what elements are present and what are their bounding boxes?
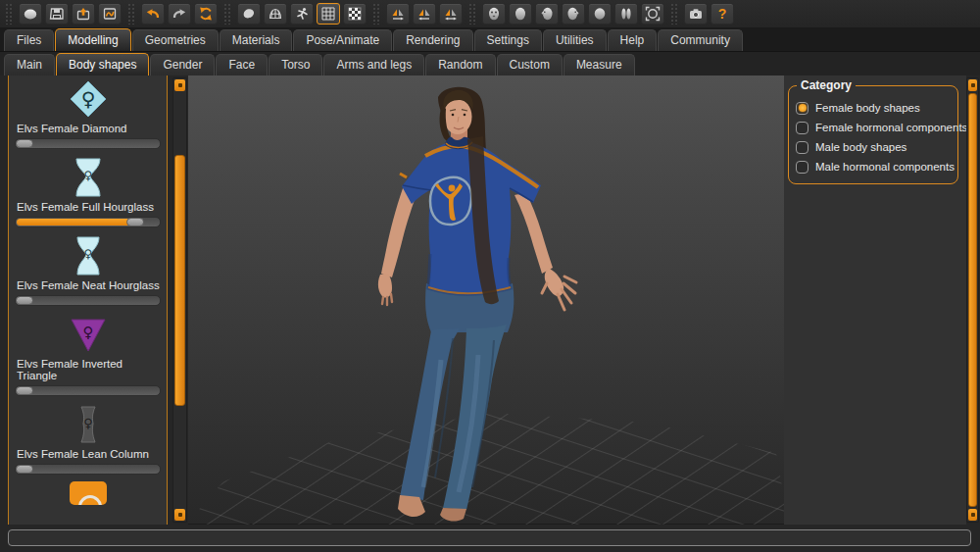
slider-handle[interactable] bbox=[126, 218, 144, 226]
load-icon bbox=[75, 6, 91, 22]
right-scrollbar[interactable] bbox=[966, 77, 979, 523]
tab-body-shapes[interactable]: Body shapes bbox=[56, 53, 149, 75]
3d-viewport[interactable] bbox=[188, 75, 784, 525]
modifier-slider-neat-hourglass[interactable] bbox=[15, 295, 161, 306]
toolbar-separator bbox=[670, 3, 678, 25]
symmetry-both-button[interactable] bbox=[439, 3, 463, 25]
svg-text:♀: ♀ bbox=[82, 324, 93, 341]
tab-random[interactable]: Random bbox=[425, 54, 495, 75]
tab-materials[interactable]: Materials bbox=[220, 29, 293, 51]
toolbar: ? bbox=[0, 0, 980, 27]
female-diamond-icon: ♀ bbox=[14, 77, 162, 121]
tab-geometries[interactable]: Geometries bbox=[132, 29, 219, 51]
frame-view-icon bbox=[645, 6, 661, 22]
tab-rendering[interactable]: Rendering bbox=[393, 29, 472, 51]
svg-text:♀: ♀ bbox=[80, 87, 95, 111]
redo-button[interactable] bbox=[168, 3, 191, 25]
undo-button[interactable] bbox=[141, 3, 165, 25]
view-top-button[interactable] bbox=[588, 3, 612, 25]
radio-male-body-shapes[interactable]: Male body shapes bbox=[796, 137, 952, 157]
view-back-button[interactable] bbox=[509, 3, 532, 25]
wireframe-icon bbox=[268, 6, 283, 22]
reload-button[interactable] bbox=[194, 3, 218, 25]
view-front-button[interactable] bbox=[482, 3, 506, 25]
tab-help[interactable]: Help bbox=[608, 29, 658, 51]
radio-indicator[interactable] bbox=[796, 102, 808, 115]
tab-files[interactable]: Files bbox=[4, 29, 54, 51]
screenshot-button[interactable] bbox=[684, 3, 708, 25]
scroll-up-button[interactable] bbox=[174, 79, 185, 91]
view-body-parts-button[interactable] bbox=[614, 3, 638, 25]
symmetry-right-icon bbox=[390, 6, 406, 22]
radio-indicator[interactable] bbox=[796, 161, 808, 174]
modifier-slider-full-hourglass[interactable] bbox=[15, 217, 161, 227]
tab-gender[interactable]: Gender bbox=[150, 54, 215, 75]
modifier-slider-inverted-triangle[interactable] bbox=[15, 385, 161, 396]
grid-icon bbox=[320, 6, 336, 22]
modifier-label: Elvs Female Neat Hourglass bbox=[17, 279, 162, 291]
scrollbar-thumb[interactable] bbox=[174, 155, 185, 406]
symmetry-right-button[interactable] bbox=[386, 3, 410, 25]
scrollbar-thumb[interactable] bbox=[968, 93, 977, 507]
tab-settings[interactable]: Settings bbox=[474, 29, 542, 51]
toolbar-separator bbox=[372, 3, 380, 25]
tab-utilities[interactable]: Utilities bbox=[543, 29, 607, 51]
symmetry-left-button[interactable] bbox=[413, 3, 436, 25]
settings-panel: Category Female body shapes Female hormo… bbox=[784, 75, 966, 525]
load-button[interactable] bbox=[72, 3, 95, 25]
modifier-item-full-hourglass: ♀ Elvs Female Full Hourglass bbox=[14, 156, 162, 227]
tab-face[interactable]: Face bbox=[216, 54, 268, 75]
scroll-down-button[interactable] bbox=[968, 509, 977, 521]
tab-custom[interactable]: Custom bbox=[497, 54, 563, 75]
modifier-slider-diamond[interactable] bbox=[15, 138, 161, 149]
help-button[interactable]: ? bbox=[710, 3, 734, 25]
tab-arms-and-legs[interactable]: Arms and legs bbox=[323, 54, 424, 75]
tab-community[interactable]: Community bbox=[658, 29, 743, 51]
export-icon bbox=[102, 6, 118, 22]
female-neat-hourglass-icon: ♀ bbox=[14, 234, 162, 277]
tab-torso[interactable]: Torso bbox=[269, 54, 322, 75]
left-scrollbar[interactable] bbox=[172, 77, 187, 523]
modifier-item-inverted-triangle: ♀ Elvs Female Inverted Triangle bbox=[14, 313, 162, 396]
symmetry-both-icon bbox=[443, 6, 459, 22]
frame-view-button[interactable] bbox=[641, 3, 664, 25]
tab-modelling[interactable]: Modelling bbox=[55, 28, 130, 51]
slider-handle[interactable] bbox=[16, 465, 33, 474]
export-button[interactable] bbox=[98, 3, 122, 25]
modifier-item-neat-hourglass: ♀ Elvs Female Neat Hourglass bbox=[14, 234, 162, 306]
scroll-down-button[interactable] bbox=[174, 509, 185, 521]
view-left-side-button[interactable] bbox=[535, 3, 559, 25]
background-toggle-button[interactable] bbox=[343, 3, 367, 25]
modifier-label: Elvs Female Inverted Triangle bbox=[17, 358, 162, 381]
view-right-side-button[interactable] bbox=[562, 3, 585, 25]
slider-handle[interactable] bbox=[16, 296, 33, 305]
radio-indicator[interactable] bbox=[796, 141, 808, 154]
new-mesh-button[interactable] bbox=[19, 3, 42, 25]
radio-female-body-shapes[interactable]: Female body shapes bbox=[796, 98, 952, 118]
radio-male-hormonal-components[interactable]: Male hormonal components bbox=[796, 157, 952, 176]
radio-indicator[interactable] bbox=[796, 122, 808, 134]
new-mesh-icon bbox=[23, 6, 38, 22]
grid-toggle-button[interactable] bbox=[317, 3, 340, 25]
toolbar-separator bbox=[5, 3, 13, 25]
wireframe-button[interactable] bbox=[264, 3, 287, 25]
head-top-icon bbox=[592, 6, 608, 22]
slider-handle[interactable] bbox=[16, 386, 33, 395]
slider-handle[interactable] bbox=[16, 139, 33, 148]
pose-mode-icon bbox=[294, 6, 310, 22]
main-area: ♀ Elvs Female Diamond ♀ Elvs Female Full… bbox=[0, 75, 980, 525]
tab-measure[interactable]: Measure bbox=[564, 54, 635, 75]
status-area bbox=[0, 525, 980, 552]
tab-pose-animate[interactable]: Pose/Animate bbox=[293, 29, 392, 51]
female-lean-column-icon: ♀ bbox=[14, 403, 162, 446]
modifier-slider-lean-column[interactable] bbox=[15, 464, 161, 475]
smooth-shading-button[interactable] bbox=[237, 3, 261, 25]
radio-female-hormonal-components[interactable]: Female hormonal components bbox=[796, 118, 952, 137]
tab-main[interactable]: Main bbox=[4, 54, 55, 75]
pose-mode-button[interactable] bbox=[290, 3, 314, 25]
save-button[interactable] bbox=[45, 3, 69, 25]
scroll-up-button[interactable] bbox=[968, 79, 977, 91]
radio-label: Male hormonal components bbox=[815, 161, 955, 173]
smooth-shading-icon bbox=[241, 6, 257, 22]
save-icon bbox=[49, 6, 65, 22]
